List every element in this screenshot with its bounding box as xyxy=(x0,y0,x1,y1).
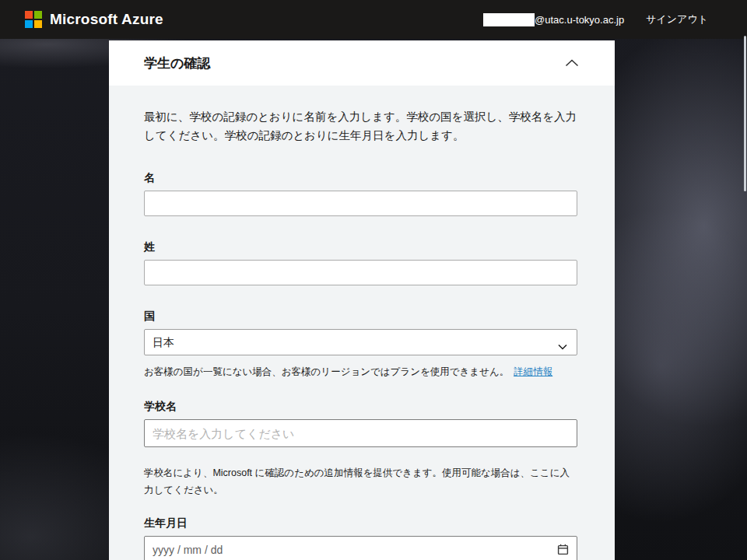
last-name-input[interactable] xyxy=(144,260,577,285)
school-field-group: 学校名 xyxy=(144,400,577,447)
panel-title: 学生の確認 xyxy=(144,54,210,72)
azure-brand: Microsoft Azure xyxy=(25,11,163,28)
signout-button[interactable]: サインアウト xyxy=(646,12,708,26)
account-area: @utac.u-tokyo.ac.jp サインアウト xyxy=(483,12,708,26)
country-select[interactable]: 日本 xyxy=(144,329,577,355)
account-email: @utac.u-tokyo.ac.jp xyxy=(483,13,624,26)
country-select-wrap: 日本 xyxy=(144,329,577,355)
panel-body: 最初に、学校の記録のとおりに名前を入力します。学校の国を選択し、学校名を入力して… xyxy=(109,86,615,560)
birth-date-label: 生年月日 xyxy=(144,516,577,530)
logo-square-red xyxy=(25,11,33,19)
first-name-input[interactable] xyxy=(144,191,577,216)
last-name-field-group: 姓 xyxy=(144,240,577,285)
intro-text: 最初に、学校の記録のとおりに名前を入力します。学校の国を選択し、学校名を入力して… xyxy=(144,107,577,145)
microsoft-logo-icon xyxy=(25,11,42,28)
chevron-up-icon[interactable] xyxy=(565,59,579,67)
more-info-link[interactable]: 詳細情報 xyxy=(514,366,552,377)
birth-date-input[interactable] xyxy=(144,536,577,560)
country-helper-text: お客様の国が一覧にない場合、お客様のリージョンではプランを使用できません。詳細情… xyxy=(144,364,577,380)
logo-square-yellow xyxy=(34,20,42,28)
topbar: Microsoft Azure @utac.u-tokyo.ac.jp サインア… xyxy=(0,0,747,39)
first-name-field-group: 名 xyxy=(144,171,577,216)
birth-date-field-group: 生年月日 xyxy=(144,516,577,560)
account-domain: @utac.u-tokyo.ac.jp xyxy=(535,14,624,26)
first-name-label: 名 xyxy=(144,171,577,185)
last-name-label: 姓 xyxy=(144,240,577,254)
scrollbar-thumb[interactable] xyxy=(744,36,746,191)
country-label: 国 xyxy=(144,310,577,324)
brand-text: Microsoft Azure xyxy=(50,11,163,28)
logo-square-blue xyxy=(25,20,33,28)
logo-square-green xyxy=(34,11,42,19)
school-name-input[interactable] xyxy=(144,419,577,447)
redacted-username xyxy=(483,13,535,26)
country-field-group: 国 日本 お客様の国が一覧にない場合、お客様のリージョンではプランを使用できませ… xyxy=(144,310,577,380)
birth-date-wrap xyxy=(144,536,577,560)
country-helper-label: お客様の国が一覧にない場合、お客様のリージョンではプランを使用できません。 xyxy=(144,366,509,377)
panel-header[interactable]: 学生の確認 xyxy=(109,40,615,86)
school-helper-text: 学校名により、Microsoft に確認のための追加情報を提供できます。使用可能… xyxy=(144,464,577,499)
school-name-label: 学校名 xyxy=(144,400,577,414)
student-verification-panel: 学生の確認 最初に、学校の記録のとおりに名前を入力します。学校の国を選択し、学校… xyxy=(109,40,615,560)
